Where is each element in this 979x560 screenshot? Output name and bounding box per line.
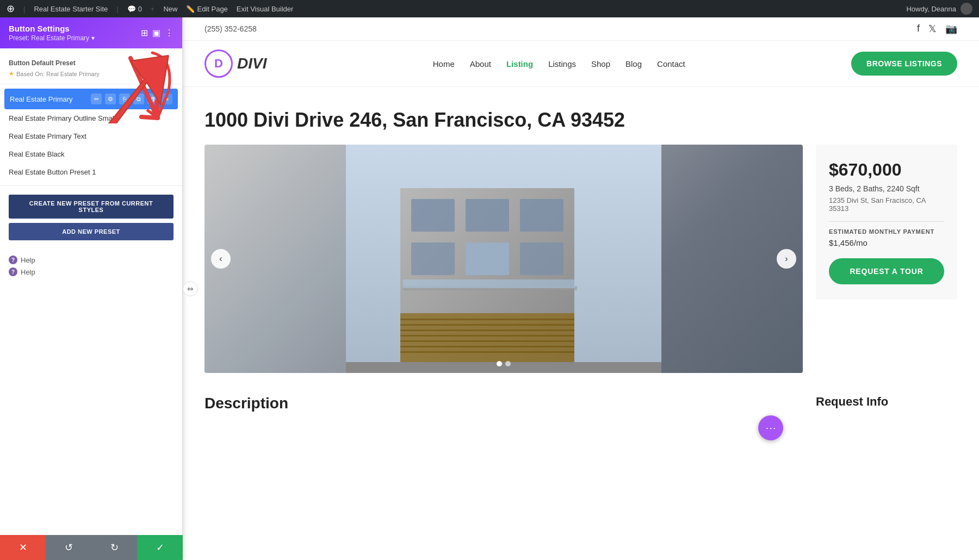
svg-rect-8 [520, 242, 563, 275]
pencil-icon: ✏️ [186, 5, 195, 13]
logo-circle: D [205, 49, 233, 78]
property-divider [829, 221, 944, 222]
preset-item-real-estate-primary[interactable]: Real Estate Primary ✏ ⚙ ⎘ ⧉ 🗑 ★ [4, 89, 178, 109]
nav-home[interactable]: Home [433, 59, 455, 69]
sidebar-help-section: ? Help ? Help [0, 249, 182, 283]
gallery-image: ‹ › [205, 145, 803, 373]
property-section: 1000 Divi Drive 246, San Francisco, CA 9… [183, 87, 979, 384]
edit-preset-icon[interactable]: ✏ [91, 94, 102, 104]
undo-button[interactable]: ↺ [46, 535, 91, 560]
gallery-dot-2[interactable] [505, 361, 511, 366]
preset-based-on: ★ Based On: Real Estate Primary [9, 70, 174, 77]
site-logo[interactable]: D DIVI [205, 49, 267, 78]
sidebar-header-actions: ⊞ ▣ ⋮ [141, 28, 174, 38]
property-main: ‹ › $670,000 3 Beds, 2 Baths, 2240 Sqft … [205, 145, 957, 373]
nav-shop[interactable]: Shop [591, 59, 610, 69]
preset-default-section: Button Default Preset ★ Based On: Real E… [0, 55, 182, 84]
property-title: 1000 Divi Drive 246, San Francisco, CA 9… [205, 109, 957, 132]
wp-logo[interactable]: ⊕ [7, 3, 15, 15]
nav-blog[interactable]: Blog [625, 59, 642, 69]
redo-button[interactable]: ↻ [91, 535, 137, 560]
nav-listing[interactable]: Listing [506, 59, 533, 69]
help-link-1[interactable]: ? Help [9, 256, 174, 264]
floating-action-button[interactable]: ⋯ [758, 415, 783, 440]
svg-rect-17 [400, 351, 574, 353]
svg-rect-6 [411, 242, 455, 275]
comments-link[interactable]: 💬 0 [127, 5, 142, 13]
cancel-button[interactable]: ✕ [0, 535, 46, 560]
main-content: (255) 352-6258 f 𝕏 📷 D DIVI Home About L… [183, 17, 979, 560]
nav-listings[interactable]: Listings [548, 59, 576, 69]
sidebar-preset-subtitle[interactable]: Preset: Real Estate Primary ▾ [9, 34, 95, 42]
preset-item-outline-small[interactable]: Real Estate Primary Outline Small [0, 109, 182, 127]
settings-preset-icon[interactable]: ⚙ [105, 94, 116, 104]
site-social: f 𝕏 📷 [917, 23, 957, 35]
property-price: $670,000 [829, 160, 944, 180]
page-wrapper: Button Settings Preset: Real Estate Prim… [0, 17, 979, 560]
gallery-next-button[interactable]: › [777, 249, 796, 269]
copy-preset-icon[interactable]: ⎘ [119, 94, 130, 104]
preset-item-preset-1[interactable]: Real Estate Button Preset 1 [0, 163, 182, 181]
create-preset-button[interactable]: CREATE NEW PRESET FROM CURRENT STYLES [9, 195, 174, 219]
sidebar-panel: Button Settings Preset: Real Estate Prim… [0, 17, 183, 560]
svg-rect-11 [400, 319, 574, 320]
duplicate-preset-icon[interactable]: ⧉ [133, 94, 144, 104]
help-link-2[interactable]: ? Help [9, 267, 174, 276]
site-name-link[interactable]: Real Estate Starter Site [34, 5, 108, 13]
request-info-sidebar: Request Info [816, 395, 957, 412]
description-title: Description [205, 395, 803, 412]
property-bottom: Description Request Info [183, 384, 979, 434]
resize-handle[interactable]: ⇔ [183, 281, 198, 296]
site-topbar: (255) 352-6258 f 𝕏 📷 [183, 17, 979, 41]
new-link[interactable]: New [163, 5, 177, 13]
star-icon: ★ [9, 70, 14, 77]
layout-icon[interactable]: ▣ [152, 28, 160, 38]
request-tour-button[interactable]: REQUEST A TOUR [829, 258, 944, 284]
more-options-icon[interactable]: ⋮ [165, 28, 174, 38]
preset-actions: CREATE NEW PRESET FROM CURRENT STYLES AD… [0, 185, 182, 249]
grid-icon[interactable]: ⊞ [141, 28, 148, 38]
gallery-dot-1[interactable] [497, 361, 502, 366]
sidebar-body: Button Default Preset ★ Based On: Real E… [0, 48, 182, 560]
exit-builder-link[interactable]: Exit Visual Builder [237, 5, 294, 13]
twitter-icon[interactable]: 𝕏 [928, 23, 937, 35]
gallery-dots [497, 361, 511, 366]
preset-list: Real Estate Primary ✏ ⚙ ⎘ ⧉ 🗑 ★ Real Est… [0, 84, 182, 185]
building-svg [205, 145, 803, 373]
save-button[interactable]: ✓ [137, 535, 183, 560]
preset-item-black[interactable]: Real Estate Black [0, 145, 182, 163]
property-gallery: ‹ › [205, 145, 803, 373]
sidebar-title: Button Settings [9, 24, 95, 33]
star-preset-icon[interactable]: ★ [162, 94, 172, 104]
svg-rect-4 [466, 199, 509, 232]
svg-rect-10 [400, 313, 574, 362]
property-monthly: $1,456/mo [829, 238, 944, 247]
svg-rect-15 [400, 340, 574, 342]
nav-menu: Home About Listing Listings Shop Blog Co… [433, 59, 685, 69]
delete-preset-icon[interactable]: 🗑 [147, 94, 158, 104]
comment-icon: 💬 [127, 5, 136, 13]
svg-rect-18 [403, 279, 575, 288]
property-description: Description [205, 395, 803, 412]
nav-contact[interactable]: Contact [657, 59, 685, 69]
instagram-icon[interactable]: 📷 [945, 23, 957, 35]
svg-rect-12 [400, 324, 574, 326]
svg-rect-14 [400, 335, 574, 337]
site-nav: D DIVI Home About Listing Listings Shop … [183, 41, 979, 87]
facebook-icon[interactable]: f [917, 23, 920, 35]
preset-item-primary-text[interactable]: Real Estate Primary Text [0, 127, 182, 145]
user-avatar [961, 3, 972, 15]
svg-rect-5 [520, 199, 563, 232]
gallery-prev-button[interactable]: ‹ [211, 249, 231, 269]
add-preset-button[interactable]: ADD NEW PRESET [9, 223, 174, 240]
admin-bar: ⊕ | Real Estate Starter Site | 💬 0 + New… [0, 0, 979, 17]
svg-rect-7 [466, 242, 509, 275]
user-menu[interactable]: Howdy, Deanna [906, 3, 972, 15]
browse-listings-button[interactable]: BROWSE LISTINGS [851, 52, 957, 76]
sidebar-header: Button Settings Preset: Real Estate Prim… [0, 17, 182, 48]
property-details: 3 Beds, 2 Baths, 2240 Sqft [829, 184, 944, 193]
nav-about[interactable]: About [470, 59, 491, 69]
logo-brand: DIVI [237, 55, 267, 72]
sidebar-title-section: Button Settings Preset: Real Estate Prim… [9, 24, 95, 42]
edit-page-link[interactable]: ✏️ Edit Page [186, 5, 227, 13]
